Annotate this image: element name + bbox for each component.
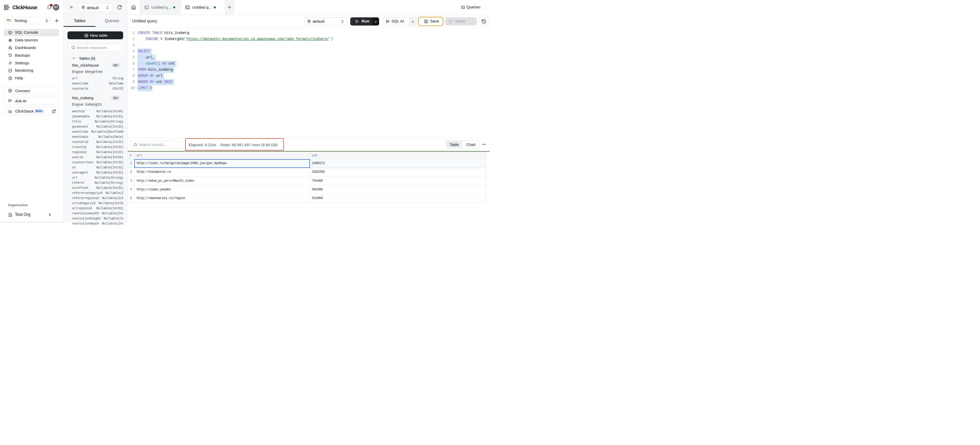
svg-text:aws: aws: [6, 19, 11, 21]
